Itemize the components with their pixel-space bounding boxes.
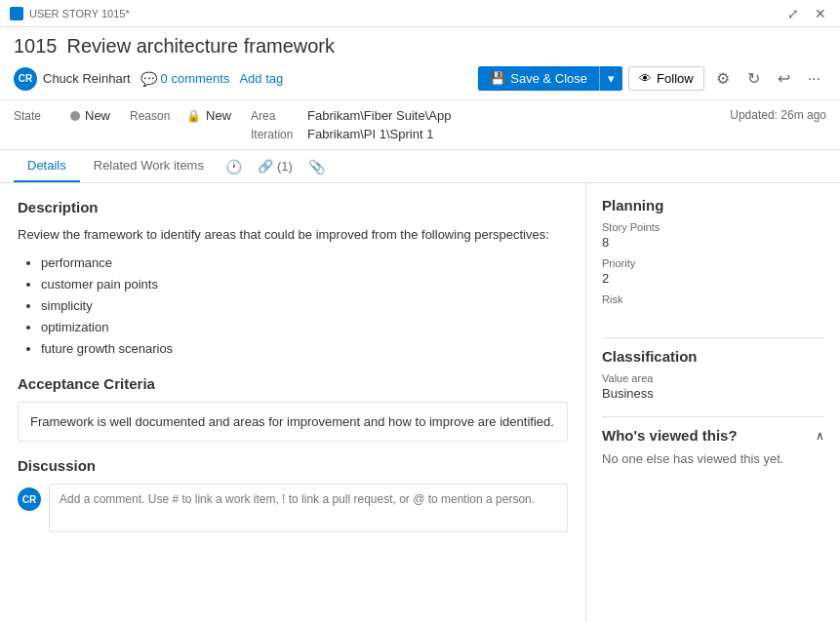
discussion-area: CR (18, 484, 568, 532)
right-panel: Planning Story Points 8 Priority 2 Risk … (586, 183, 840, 622)
save-close-button[interactable]: 💾 Save & Close ▾ (478, 66, 622, 91)
header: 1015 Review architecture framework CR Ch… (0, 27, 840, 100)
description-title: Description (18, 199, 568, 215)
comment-input[interactable] (49, 484, 568, 532)
area-field: Area Fabrikam\Fiber Suite\App (251, 108, 451, 123)
classification-divider (602, 416, 824, 417)
area-label: Area (251, 109, 300, 123)
value-area-value: Business (602, 386, 824, 401)
state-field: State New (14, 108, 110, 123)
work-item-title-row: 1015 Review architecture framework (14, 35, 826, 58)
links-button[interactable]: 🔗 (1) (250, 153, 300, 179)
fields-row: State New Reason 🔒 New Area Fabrikam\Fib… (0, 100, 840, 150)
discussion-section: Discussion CR (18, 457, 568, 532)
avatar: CR (14, 67, 37, 91)
story-points-value: 8 (602, 235, 824, 250)
undo-button[interactable]: ↩ (772, 65, 796, 92)
author-name: Chuck Reinhart (43, 71, 131, 86)
priority-value: 2 (602, 271, 824, 286)
risk-label: Risk (602, 293, 824, 305)
discussion-avatar: CR (18, 487, 41, 511)
save-close-main[interactable]: 💾 Save & Close (478, 66, 600, 91)
classification-title: Classification (602, 348, 824, 365)
classification-section: Classification Value area Business (602, 348, 824, 401)
attach-button[interactable]: 📎 (300, 153, 333, 180)
follow-button[interactable]: 👁 Follow (628, 66, 704, 91)
priority-label: Priority (602, 257, 824, 269)
whos-viewed-text: No one else has viewed this yet. (602, 451, 824, 466)
save-close-dropdown[interactable]: ▾ (600, 66, 622, 91)
value-area-label: Value area (602, 372, 824, 384)
close-icon[interactable]: ✕ (811, 4, 830, 23)
iteration-value: Fabrikam\PI 1\Sprint 1 (307, 127, 433, 141)
toolbar: CR Chuck Reinhart 💬 0 comments Add tag 💾… (14, 65, 826, 92)
bullet-customer-pain: customer pain points (41, 274, 568, 295)
reason-value: 🔒 New (186, 108, 231, 123)
comment-count: 0 comments (161, 71, 230, 86)
title-bar-controls: ⤢ ✕ (783, 4, 830, 23)
description-section: Description Review the framework to iden… (18, 199, 568, 360)
updated-time: Updated: 26m ago (730, 108, 826, 122)
save-icon: 💾 (490, 71, 505, 86)
settings-button[interactable]: ⚙ (710, 65, 736, 92)
reason-field: Reason 🔒 New (130, 108, 231, 123)
title-bar-left: USER STORY 1015* (10, 7, 130, 20)
lock-icon: 🔒 (186, 109, 201, 123)
history-button[interactable]: 🕐 (218, 153, 250, 180)
iteration-label: Iteration (251, 128, 300, 141)
add-tag-button[interactable]: Add tag (239, 71, 283, 86)
work-item-icon (10, 7, 23, 20)
reason-label: Reason (130, 109, 179, 123)
planning-divider (602, 337, 824, 338)
description-bullets: performance customer pain points simplic… (41, 253, 568, 360)
planning-section: Planning Story Points 8 Priority 2 Risk (602, 197, 824, 322)
discussion-title: Discussion (18, 457, 568, 474)
expand-icon[interactable]: ⤢ (783, 4, 803, 23)
title-bar: USER STORY 1015* ⤢ ✕ (0, 0, 840, 27)
acceptance-criteria-text: Framework is well documented and areas f… (18, 402, 568, 443)
story-points-label: Story Points (602, 221, 824, 233)
comment-icon: 💬 (140, 71, 157, 87)
left-panel: Description Review the framework to iden… (0, 183, 586, 622)
acceptance-criteria-section: Acceptance Criteria Framework is well do… (18, 375, 568, 443)
acceptance-criteria-title: Acceptance Criteria (18, 375, 568, 392)
tabs-bar: Details Related Work items 🕐 🔗 (1) 📎 (0, 150, 840, 183)
bullet-simplicity: simplicity (41, 295, 568, 317)
tab-related-work-items[interactable]: Related Work items (80, 150, 218, 182)
comments-button[interactable]: 💬 0 comments (140, 71, 230, 87)
work-item-title: Review architecture framework (67, 35, 336, 58)
tab-details[interactable]: Details (14, 150, 80, 182)
iteration-field: Iteration Fabrikam\PI 1\Sprint 1 (251, 127, 451, 141)
whos-viewed-section: Who's viewed this? ∧ No one else has vie… (602, 427, 824, 466)
area-iteration-fields: Area Fabrikam\Fiber Suite\App Iteration … (251, 108, 451, 141)
link-icon: 🔗 (258, 159, 273, 174)
bullet-future-growth: future growth scenarios (41, 338, 568, 360)
whos-viewed-title: Who's viewed this? (602, 427, 738, 444)
follow-eye-icon: 👁 (639, 71, 652, 86)
state-value: New (70, 108, 110, 123)
more-button[interactable]: ··· (802, 66, 826, 92)
bullet-performance: performance (41, 253, 568, 274)
area-value: Fabrikam\Fiber Suite\App (307, 108, 451, 123)
state-label: State (14, 109, 62, 123)
planning-title: Planning (602, 197, 824, 214)
follow-label: Follow (657, 71, 694, 86)
refresh-button[interactable]: ↻ (741, 65, 766, 92)
links-count: (1) (277, 159, 293, 174)
work-item-number: 1015 (14, 35, 58, 58)
save-close-label: Save & Close (510, 71, 587, 86)
bullet-optimization: optimization (41, 317, 568, 338)
description-text: Review the framework to identify areas t… (18, 225, 568, 245)
state-dot (70, 111, 80, 121)
chevron-up-icon: ∧ (816, 429, 824, 443)
whos-viewed-header[interactable]: Who's viewed this? ∧ (602, 427, 824, 444)
title-bar-label: USER STORY 1015* (29, 8, 130, 19)
risk-value (602, 307, 824, 322)
main-content: Description Review the framework to iden… (0, 183, 840, 622)
